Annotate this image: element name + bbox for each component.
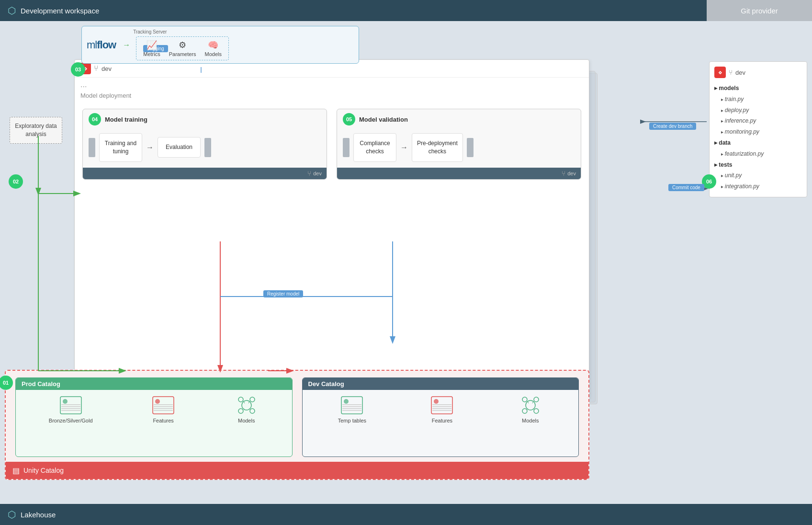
svg-point-35	[534, 409, 539, 413]
git-provider-label: Git provider	[707, 0, 812, 21]
prod-catalog: Prod Catalog	[15, 377, 293, 457]
git-folder-data: ▸ data	[714, 137, 802, 148]
svg-line-36	[528, 401, 529, 403]
svg-line-18	[248, 401, 249, 403]
commit-code-badge: Commit code	[668, 184, 704, 191]
validation-branch-label: dev	[567, 171, 576, 176]
footer-title: Lakehouse	[21, 511, 56, 519]
step-05-circle: 05	[343, 113, 355, 126]
register-model-badge: Register model	[263, 290, 303, 297]
svg-point-31	[526, 400, 535, 410]
dev-features: Features	[429, 395, 454, 423]
svg-rect-22	[342, 406, 361, 407]
svg-point-12	[242, 400, 251, 410]
svg-line-37	[532, 401, 533, 403]
svg-rect-24	[342, 410, 361, 411]
svg-rect-2	[61, 404, 80, 405]
unity-catalog-area: 01 Prod Catalog	[5, 370, 589, 480]
step-02-circle: 02	[9, 174, 23, 189]
mlflow-arrow: →	[123, 41, 130, 49]
dev-catalog-header: Dev Catalog	[303, 378, 579, 390]
svg-point-32	[522, 397, 527, 402]
svg-rect-23	[342, 408, 361, 409]
tracking-title: Tracking Server	[133, 29, 229, 34]
prod-bsg-icon	[58, 395, 83, 416]
dev-features-icon	[429, 395, 454, 416]
svg-point-13	[238, 397, 243, 402]
mlflow-bar: mlflow Logging → Tracking Server 📈 Metri…	[81, 26, 359, 64]
model-validation-footer: ⑂ dev	[337, 168, 581, 179]
tracking-box: 📈 Metrics ⚙ Parameters 🧠 Models	[136, 36, 229, 60]
dots-label: ...	[75, 78, 589, 92]
validation-arrow: →	[400, 143, 408, 152]
svg-rect-28	[432, 406, 451, 407]
svg-rect-27	[432, 404, 451, 405]
svg-rect-8	[154, 404, 173, 405]
git-file-integration: integration.py	[714, 181, 802, 192]
tracking-parameters: ⚙ Parameters	[169, 40, 196, 57]
prod-features-icon	[151, 395, 176, 416]
mlflow-logo: mlflow	[87, 39, 116, 51]
model-training-body: Training andtuning → Evaluation	[83, 129, 327, 168]
svg-rect-11	[154, 410, 173, 411]
svg-point-20	[344, 399, 349, 404]
eda-text: Exploratory data analysis	[15, 123, 56, 137]
training-tuning-box: Training andtuning	[99, 133, 142, 162]
footer-icon: ⬡	[8, 509, 16, 520]
compliance-box: Compliancechecks	[353, 133, 396, 162]
svg-rect-25	[431, 397, 452, 414]
model-deploy-label: Model deployment	[75, 92, 589, 102]
unity-catalog-label: Unity Catalog	[23, 467, 64, 474]
model-validation-title: Model validation	[359, 116, 408, 123]
dev-models-icon	[518, 395, 543, 416]
lakehouse-icon: ⬡	[8, 5, 16, 16]
git-panel: Create dev branch 06 Commit code ⋄ ⑂ dev…	[707, 21, 812, 504]
git-file-tree: ▸ models train.py deploy.py inference.py…	[714, 83, 802, 192]
svg-rect-6	[153, 397, 174, 414]
git-panel-branch: dev	[735, 69, 745, 76]
svg-rect-0	[60, 397, 81, 414]
main-area: mlflow Logging → Tracking Server 📈 Metri…	[0, 21, 812, 504]
dev-temp-icon	[339, 395, 364, 416]
tracking-metrics: 📈 Metrics	[143, 40, 160, 57]
dev-workspace: mlflow Logging → Tracking Server 📈 Metri…	[0, 21, 707, 504]
validation-right-bar	[467, 138, 474, 157]
bottom-footer: ⬡ Lakehouse	[0, 504, 812, 525]
model-training-footer: ⑂ dev	[83, 168, 327, 179]
validation-left-bar	[343, 138, 350, 157]
svg-rect-9	[154, 406, 173, 407]
svg-rect-10	[154, 408, 173, 409]
prod-models: Models	[234, 395, 259, 423]
model-validation-body: Compliancechecks → Pre-deploymentchecks	[337, 129, 581, 168]
step-03-circle: 03	[71, 62, 85, 77]
step-01-circle: 01	[0, 376, 13, 390]
svg-point-14	[250, 397, 255, 402]
git-panel-icon: ⋄	[714, 67, 726, 78]
svg-point-33	[534, 397, 539, 402]
dev-branch-main: ⋄ ⑂ dev ... Model deployment 04 Model tr…	[74, 59, 589, 399]
training-arrow: →	[146, 143, 154, 152]
evaluation-box: Evaluation	[158, 137, 201, 158]
svg-point-26	[434, 399, 439, 404]
git-folder-tests: ▸ tests	[714, 160, 802, 171]
dev-models: Models	[518, 395, 543, 423]
svg-point-16	[250, 409, 255, 413]
prod-catalog-header: Prod Catalog	[16, 378, 292, 390]
git-file-inference: inference.py	[714, 115, 802, 126]
svg-point-7	[155, 399, 160, 404]
git-file-unit: unit.py	[714, 170, 802, 181]
git-file-train: train.py	[714, 94, 802, 105]
git-file-monitoring: monitoring.py	[714, 126, 802, 137]
training-right-bar	[204, 138, 211, 157]
model-training-section: 04 Model training Training andtuning → E…	[82, 109, 327, 180]
prod-features: Features	[151, 395, 176, 423]
eda-box: Exploratory data analysis	[10, 117, 62, 144]
branch-name: dev	[102, 65, 112, 72]
workspace-title: Development workspace	[21, 7, 99, 15]
model-training-header: 04 Model training	[83, 109, 327, 129]
svg-rect-21	[342, 404, 361, 405]
model-validation-section: 05 Model validation Compliancechecks → P…	[337, 109, 581, 180]
git-file-deploy: deploy.py	[714, 105, 802, 116]
dev-catalog: Dev Catalog	[302, 377, 579, 457]
create-dev-branch-badge: Create dev branch	[649, 123, 696, 130]
